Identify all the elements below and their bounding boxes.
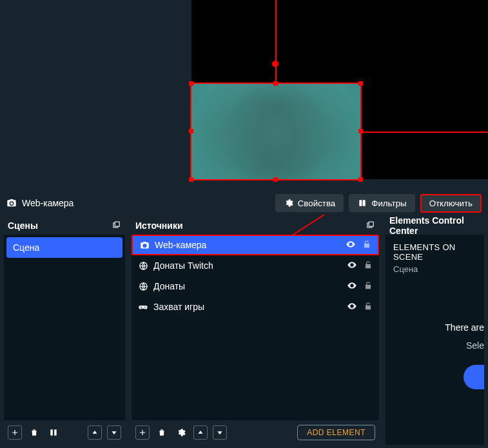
- scenes-panel-header: Сцены: [3, 217, 126, 235]
- active-source-label: Web-камера: [22, 198, 73, 208]
- filters-label: Фильтры: [371, 199, 406, 208]
- move-scene-down-button[interactable]: [107, 425, 121, 440]
- scenes-footer: [3, 420, 126, 445]
- camera-icon: [139, 240, 150, 250]
- resize-handle-nw[interactable]: [189, 81, 193, 86]
- sources-panel-header: Источники: [130, 217, 380, 235]
- elements-empty-sub: Sele: [466, 340, 484, 351]
- visibility-toggle[interactable]: [347, 301, 357, 313]
- svg-rect-5: [50, 429, 53, 435]
- filters-button[interactable]: Фильтры: [349, 194, 415, 212]
- visibility-toggle[interactable]: [347, 280, 357, 293]
- source-row[interactable]: Web-камера: [132, 235, 379, 255]
- lock-toggle[interactable]: [364, 260, 373, 271]
- elements-empty-title: There are: [445, 322, 484, 333]
- resize-handle-se[interactable]: [358, 177, 363, 182]
- resize-handle-sw[interactable]: [189, 177, 193, 182]
- move-scene-up-button[interactable]: [88, 425, 102, 440]
- filters-icon: [357, 198, 367, 208]
- add-source-button[interactable]: [135, 425, 150, 440]
- lock-toggle[interactable]: [364, 302, 373, 313]
- resize-handle-ne[interactable]: [358, 81, 363, 86]
- resize-handle-w[interactable]: [189, 129, 193, 133]
- source-settings-button[interactable]: [174, 425, 188, 440]
- resize-handle-n[interactable]: [273, 81, 278, 86]
- scene-transition-button[interactable]: [46, 425, 61, 440]
- delete-scene-button[interactable]: [27, 425, 41, 440]
- source-label: Захват игры: [153, 302, 342, 312]
- visibility-toggle[interactable]: [346, 239, 356, 251]
- disable-button[interactable]: Отключить: [420, 194, 482, 213]
- elements-panel-title: Elements Control Center: [389, 215, 480, 236]
- move-source-down-button[interactable]: [213, 425, 227, 440]
- world-icon: [138, 260, 148, 271]
- source-row[interactable]: Донаты: [132, 276, 379, 297]
- popout-icon[interactable]: [111, 220, 121, 231]
- properties-label: Свойства: [298, 199, 336, 208]
- elements-primary-button[interactable]: [464, 365, 484, 389]
- lock-toggle[interactable]: [364, 281, 373, 292]
- elements-panel: Elements Control Center ELEMENTS ON SCEN…: [384, 217, 485, 445]
- resize-handle-s[interactable]: [273, 177, 278, 182]
- source-label: Web-камера: [155, 240, 340, 250]
- selection-guide-horizontal: [362, 131, 488, 133]
- lock-toggle[interactable]: [362, 240, 371, 251]
- world-icon: [138, 281, 148, 291]
- scene-label: Сцена: [13, 242, 116, 253]
- add-scene-button[interactable]: [8, 425, 22, 440]
- scenes-title: Сцены: [8, 220, 38, 231]
- source-row[interactable]: Донаты Twitch: [132, 255, 379, 276]
- preview-area[interactable]: [0, 0, 488, 190]
- sources-footer: ADD ELEMENT: [130, 420, 380, 445]
- sources-panel: Источники Web-камера: [130, 217, 380, 445]
- gear-icon: [284, 198, 294, 208]
- sources-list: Web-камера Донаты Twitch: [132, 235, 379, 420]
- svg-rect-1: [363, 200, 366, 206]
- scenes-panel: Сцены Сцена: [3, 217, 126, 445]
- svg-rect-8: [369, 222, 373, 226]
- source-toolbar: Web-камера Свойства Фильтры Отключить: [0, 190, 488, 217]
- source-label: Донаты: [153, 281, 342, 291]
- elements-on-scene-label: ELEMENTS ON SCENE: [393, 242, 484, 262]
- svg-rect-4: [115, 222, 119, 226]
- move-source-up-button[interactable]: [193, 425, 208, 440]
- delete-source-button[interactable]: [155, 425, 169, 440]
- svg-rect-6: [54, 429, 57, 435]
- elements-panel-body: ELEMENTS ON SCENE Сцена There are Sele: [386, 235, 484, 445]
- scenes-list: Сцена: [4, 235, 125, 420]
- selected-source-frame[interactable]: [190, 83, 362, 180]
- selection-guide-vertical: [275, 0, 277, 85]
- source-label: Донаты Twitch: [153, 260, 342, 271]
- properties-button[interactable]: Свойства: [275, 194, 344, 212]
- svg-rect-0: [360, 200, 362, 206]
- visibility-toggle[interactable]: [347, 260, 357, 272]
- source-row[interactable]: Захват игры: [132, 297, 379, 317]
- selection-rotate-handle[interactable]: [272, 61, 278, 67]
- disable-label: Отключить: [429, 199, 473, 208]
- elements-panel-header: Elements Control Center: [384, 217, 485, 235]
- add-element-button[interactable]: ADD ELEMENT: [297, 425, 375, 440]
- popout-icon[interactable]: [365, 220, 375, 231]
- sources-title: Источники: [135, 220, 183, 231]
- scene-row[interactable]: Сцена: [6, 237, 122, 258]
- camera-icon: [6, 198, 17, 208]
- gamepad-icon: [138, 302, 148, 312]
- elements-scene-name: Сцена: [393, 264, 484, 274]
